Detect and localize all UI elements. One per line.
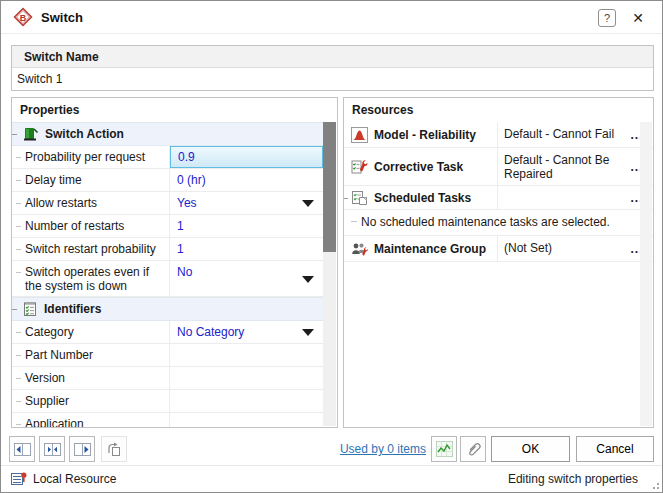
property-row: Application: [12, 413, 323, 428]
resource-scope-label: Local Resource: [33, 472, 116, 486]
ok-button[interactable]: OK: [491, 436, 570, 462]
resources-scrollbar[interactable]: [640, 122, 652, 426]
maintenance-group-icon: [351, 241, 368, 257]
resource-label: Scheduled Tasks: [374, 191, 471, 205]
resource-value[interactable]: Default - Cannot Fail: [498, 122, 621, 147]
dock-right-icon: [74, 443, 91, 456]
resource-value[interactable]: (Not Set): [498, 236, 621, 261]
property-value-field[interactable]: 0.9: [170, 146, 323, 168]
property-row: Supplier: [12, 390, 323, 413]
identifiers-icon: [22, 301, 38, 317]
switch-action-icon: [22, 126, 39, 142]
property-row: Version: [12, 367, 323, 390]
property-value-field[interactable]: 1: [170, 215, 323, 237]
paperclip-icon: [466, 441, 481, 457]
section-switch-action[interactable]: Switch Action: [12, 122, 323, 146]
property-value-field[interactable]: [170, 344, 323, 366]
property-label: Application: [12, 413, 170, 428]
property-label: Delay time: [12, 169, 170, 191]
dialog-toolbar: Used by 0 items OK Cancel: [1, 433, 662, 466]
property-value-dropdown[interactable]: No Category: [170, 321, 323, 343]
split-even-button[interactable]: [39, 436, 65, 462]
status-bar: Local Resource Editing switch properties: [1, 465, 662, 492]
chevron-down-icon[interactable]: [302, 200, 314, 207]
resource-value[interactable]: [498, 186, 621, 209]
property-label: Part Number: [12, 344, 170, 366]
flip-layout-icon: [106, 442, 122, 457]
scheduled-tasks-note: No scheduled maintenance tasks are selec…: [344, 210, 653, 236]
help-button[interactable]: ?: [598, 9, 616, 27]
sparkline-chart-icon: [436, 441, 453, 457]
property-label: Category: [12, 321, 170, 343]
resource-row: Maintenance Group (Not Set) ...: [344, 236, 653, 262]
svg-text:B: B: [20, 13, 27, 23]
switch-name-input[interactable]: [12, 68, 653, 90]
resource-value[interactable]: Default - Cannot Be Repaired: [498, 148, 621, 185]
resource-row: Corrective Task Default - Cannot Be Repa…: [344, 148, 653, 186]
used-by-link[interactable]: Used by 0 items: [340, 442, 426, 456]
resource-label: Model - Reliability: [374, 128, 476, 142]
resources-header: Resources: [344, 98, 653, 122]
switch-name-header: Switch Name: [12, 46, 653, 68]
blocksim-logo-icon: B: [13, 7, 33, 27]
dialog-title: Switch: [41, 10, 83, 25]
property-value-field[interactable]: [170, 390, 323, 412]
property-value-field[interactable]: [170, 367, 323, 389]
property-value-field[interactable]: 0 (hr): [170, 169, 323, 191]
status-message: Editing switch properties: [508, 472, 652, 486]
resource-row: Model - Reliability Default - Cannot Fai…: [344, 122, 653, 148]
resource-label: Corrective Task: [374, 160, 463, 174]
switch-name-group: Switch Name: [11, 45, 654, 91]
properties-grid: Switch Action Probability per request 0.…: [12, 122, 323, 427]
property-row: Number of restarts 1: [12, 215, 323, 238]
local-resource-icon: [11, 471, 28, 487]
properties-header: Properties: [12, 98, 337, 122]
dock-left-icon: [14, 443, 31, 456]
dock-left-button[interactable]: [9, 436, 35, 462]
property-row: Switch operates even if the system is do…: [12, 261, 323, 297]
collapse-icon[interactable]: [12, 134, 17, 135]
properties-panel: Properties Switch Action Probability per…: [11, 97, 338, 428]
attachments-button[interactable]: [460, 436, 486, 462]
plot-button[interactable]: [431, 436, 457, 462]
scheduled-tasks-icon: [351, 190, 368, 206]
model-reliability-icon: [351, 127, 368, 143]
switch-properties-dialog: B Switch ? ✕ Switch Name Properties Swit…: [0, 0, 663, 493]
properties-scrollbar[interactable]: [323, 122, 336, 426]
dock-right-button[interactable]: [69, 436, 95, 462]
property-value-dropdown[interactable]: Yes: [170, 192, 323, 214]
property-label: Number of restarts: [12, 215, 170, 237]
close-icon[interactable]: ✕: [628, 8, 648, 28]
resources-panel: Resources Model - Reliability Default - …: [343, 97, 654, 428]
flip-layout-button[interactable]: [101, 436, 127, 462]
property-row: Switch restart probability 1: [12, 238, 323, 261]
resource-row: Scheduled Tasks ...: [344, 186, 653, 210]
section-title: Switch Action: [45, 127, 124, 141]
cancel-button[interactable]: Cancel: [576, 436, 654, 462]
collapse-icon[interactable]: [344, 198, 348, 199]
split-even-icon: [44, 443, 61, 456]
property-label: Version: [12, 367, 170, 389]
property-label: Supplier: [12, 390, 170, 412]
property-value-field[interactable]: [170, 413, 323, 428]
chevron-down-icon[interactable]: [302, 276, 314, 283]
property-label: Switch operates even if the system is do…: [12, 261, 170, 296]
corrective-task-icon: [351, 159, 368, 175]
property-row: Delay time 0 (hr): [12, 169, 323, 192]
property-label: Switch restart probability: [12, 238, 170, 260]
property-value-field[interactable]: 1: [170, 238, 323, 260]
section-identifiers[interactable]: Identifiers: [12, 297, 323, 321]
property-row: Allow restarts Yes: [12, 192, 323, 215]
property-row: Probability per request 0.9: [12, 146, 323, 169]
collapse-icon[interactable]: [12, 309, 17, 310]
scrollbar-thumb[interactable]: [323, 122, 336, 252]
resource-label: Maintenance Group: [374, 242, 486, 256]
property-row: Category No Category: [12, 321, 323, 344]
resize-grip[interactable]: [648, 478, 660, 490]
chevron-down-icon[interactable]: [302, 329, 314, 336]
property-label: Allow restarts: [12, 192, 170, 214]
property-label: Probability per request: [12, 146, 170, 168]
section-title: Identifiers: [44, 302, 101, 316]
title-bar[interactable]: B Switch ? ✕: [1, 1, 662, 34]
property-value-dropdown[interactable]: No: [170, 261, 323, 296]
